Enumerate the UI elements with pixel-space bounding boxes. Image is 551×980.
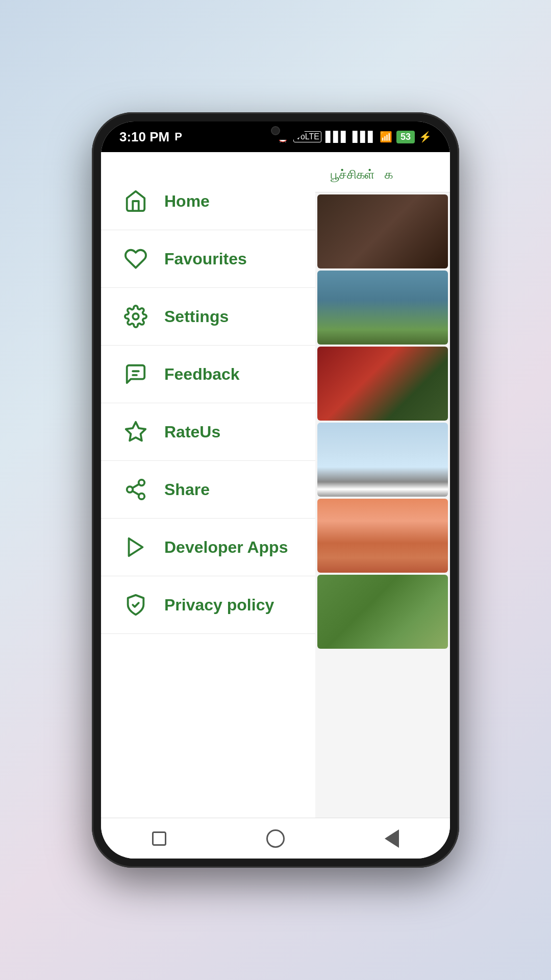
svg-line-8 [132, 484, 139, 488]
share-label: Share [164, 480, 210, 499]
nav-square-button[interactable] [146, 826, 172, 851]
tab-insects[interactable]: பூச்சிகள் [331, 162, 374, 187]
tab-other[interactable]: க [385, 162, 393, 187]
privacy-policy-label: Privacy policy [164, 596, 274, 615]
app-tabs: பூச்சிகள் க [325, 162, 440, 187]
charging-icon: ⚡ [419, 131, 432, 143]
battery-icon: 53 [396, 131, 415, 143]
app-header: பூச்சிகள் க [315, 152, 450, 192]
svg-line-7 [132, 491, 139, 495]
chat-icon [121, 360, 150, 388]
home-label: Home [164, 192, 210, 211]
favourites-label: Favourites [164, 250, 247, 268]
wifi-icon: 📶 [380, 131, 392, 143]
heart-icon [121, 244, 150, 273]
nav-home-button[interactable] [263, 826, 288, 851]
status-left: 3:10 PM P [119, 129, 182, 145]
gear-icon [121, 302, 150, 331]
developer-apps-label: Developer Apps [164, 538, 288, 557]
menu-item-developer-apps[interactable]: Developer Apps [101, 519, 315, 576]
shield-icon [121, 591, 150, 619]
nav-back-button[interactable] [379, 826, 405, 851]
content-area: Home Favourites [101, 152, 450, 818]
grid-image-5[interactable] [317, 499, 448, 573]
square-icon [152, 831, 166, 846]
grid-image-3[interactable] [317, 347, 448, 421]
svg-point-0 [133, 313, 139, 320]
signal-icon: ▋▋▋ [325, 131, 348, 143]
grid-image-2[interactable] [317, 271, 448, 345]
star-icon [121, 418, 150, 446]
svg-marker-9 [129, 538, 143, 556]
triangle-icon [385, 829, 399, 848]
menu-item-settings[interactable]: Settings [101, 288, 315, 346]
home-icon [121, 187, 150, 215]
menu-item-privacy-policy[interactable]: Privacy policy [101, 576, 315, 634]
image-grid [315, 192, 450, 651]
grid-image-1[interactable] [317, 194, 448, 268]
grid-image-4[interactable] [317, 423, 448, 497]
phone-frame: 3:10 PM P ⏰ VoLTE ▋▋▋ ▋▋▋ 📶 53 ⚡ [92, 112, 459, 868]
rateus-label: RateUs [164, 423, 220, 442]
menu-item-home[interactable]: Home [101, 173, 315, 230]
settings-label: Settings [164, 307, 229, 326]
notch [245, 121, 306, 140]
camera [271, 126, 280, 135]
carrier-indicator: P [174, 130, 182, 143]
app-background: பூச்சிகள் க [315, 152, 450, 818]
navigation-drawer: Home Favourites [101, 152, 315, 818]
menu-item-rateus[interactable]: RateUs [101, 403, 315, 461]
menu-item-feedback[interactable]: Feedback [101, 346, 315, 403]
status-bar: 3:10 PM P ⏰ VoLTE ▋▋▋ ▋▋▋ 📶 53 ⚡ [101, 121, 450, 152]
status-time: 3:10 PM [119, 129, 169, 145]
signal2-icon: ▋▋▋ [353, 131, 375, 143]
share-icon [121, 475, 150, 504]
circle-icon [266, 829, 285, 848]
phone-screen: 3:10 PM P ⏰ VoLTE ▋▋▋ ▋▋▋ 📶 53 ⚡ [101, 121, 450, 859]
play-icon [121, 533, 150, 561]
menu-item-favourites[interactable]: Favourites [101, 230, 315, 288]
menu-item-share[interactable]: Share [101, 461, 315, 519]
feedback-label: Feedback [164, 365, 240, 384]
svg-marker-3 [126, 422, 145, 440]
grid-image-6[interactable] [317, 575, 448, 649]
bottom-nav [101, 818, 450, 859]
